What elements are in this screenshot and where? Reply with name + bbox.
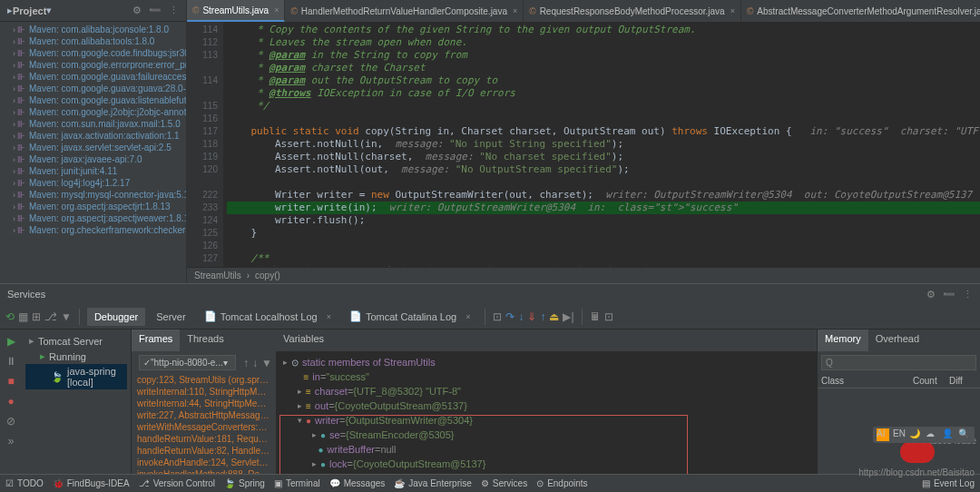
editor-tab[interactable]: ©StreamUtils.java× [187, 0, 285, 22]
tree-item[interactable]: ›⊪Maven: com.google.guava:guava:28.0-jre [0, 83, 186, 94]
code-area[interactable]: * Copy the contents of the given String … [223, 22, 980, 267]
gutter-line[interactable]: 127 [189, 252, 218, 265]
breadcrumb-method[interactable]: copy() [255, 271, 280, 280]
branch-icon[interactable]: ⎇ [44, 310, 57, 323]
code-line[interactable]: public static void copy(String in, Chars… [227, 125, 980, 138]
memory-search-input[interactable]: Q [821, 355, 976, 370]
step-into-icon[interactable]: ↓ [518, 310, 524, 323]
filter-icon[interactable]: ▼ [261, 357, 272, 369]
gear-icon[interactable]: ⚙ [132, 5, 142, 16]
config-icon[interactable]: ▦ [18, 310, 28, 323]
close-icon[interactable]: × [327, 312, 331, 321]
variable-item[interactable]: ≡in = "success" [279, 369, 813, 384]
more-icon[interactable]: ⋮ [169, 5, 179, 16]
cloud-icon[interactable]: ☁ [926, 428, 938, 441]
editor-tab[interactable]: ©AbstractMessageConverterMethodArgumentR… [741, 0, 980, 22]
thread-selector[interactable]: ✓ "http-nio-8080-e... ▾ [139, 355, 236, 370]
tree-item[interactable]: ›⊪Maven: junit:junit:4.11 [0, 165, 186, 177]
tree-item[interactable]: ›⊪Maven: com.google.guava:listenablefutu… [0, 94, 186, 106]
gutter-line[interactable]: 114 [189, 74, 218, 87]
code-line[interactable]: * @throws IOException in case of I/O err… [227, 87, 980, 100]
status-item[interactable]: ⎇ Version Control [139, 478, 215, 488]
code-line[interactable]: writer.write(in); writer: OutputStreamWr… [227, 202, 980, 214]
gutter-line[interactable]: 119 [189, 151, 218, 163]
prev-frame-icon[interactable]: ↑ [243, 357, 249, 369]
filter-icon[interactable]: ▼ [61, 310, 72, 323]
frame-item[interactable]: write:227, AbstractHttpMessageConvert [135, 409, 272, 421]
gutter-line[interactable] [189, 87, 218, 100]
status-item[interactable]: ▣ Terminal [274, 478, 320, 488]
variable-item[interactable]: ▸⊙static members of StreamUtils [279, 355, 813, 369]
search-icon[interactable]: 🔍 [958, 428, 971, 441]
user-icon[interactable]: 👤 [942, 428, 955, 441]
trace-icon[interactable]: ⊡ [604, 310, 613, 323]
code-line[interactable]: writer.flush(); [227, 214, 980, 227]
code-line[interactable]: * Copy the contents of the given String … [227, 24, 980, 36]
status-item[interactable]: ☕ Java Enterprise [394, 478, 471, 488]
run-to-cursor-icon[interactable]: ▶| [563, 310, 573, 323]
services-tree[interactable]: ▸ Tomcat Server▸ Running🍃 java-spring [l… [22, 330, 131, 492]
frame-item[interactable]: writeInternal:110, StringHttpMessageCo [135, 386, 272, 398]
code-line[interactable]: * @param charset the Charset [227, 62, 980, 74]
frame-item[interactable]: handleReturnValue:82, HandlerMethodR [135, 445, 272, 457]
code-line[interactable]: Writer writer = new OutputStreamWriter(o… [227, 189, 980, 202]
frame-item[interactable]: handleReturnValue:181, RequestRespon [135, 433, 272, 445]
next-frame-icon[interactable]: ↓ [252, 357, 258, 369]
collapse-icon[interactable]: ➖ [149, 5, 162, 16]
breadcrumb-class[interactable]: StreamUtils [194, 271, 241, 280]
tree-item[interactable]: ›⊪Maven: org.aspectj:aspectjweaver:1.8.1… [0, 212, 186, 224]
frame-item[interactable]: writeInternal:44, StringHttpMessageCon [135, 398, 272, 409]
code-line[interactable]: * @param out the OutputStream to copy to [227, 74, 980, 87]
variables-tree[interactable]: ▸⊙static members of StreamUtils ≡in = "s… [276, 351, 817, 492]
more-icon[interactable]: » [8, 435, 15, 448]
status-item[interactable]: ☑ TODO [5, 478, 44, 488]
code-line[interactable] [227, 176, 980, 189]
moon-icon[interactable]: 🌙 [909, 428, 922, 441]
frame-item[interactable]: invokeAndHandle:124, ServletInvocable [135, 457, 272, 468]
event-log[interactable]: ▤ Event Log [922, 478, 975, 488]
tree-item[interactable]: ›⊪Maven: javax.activation:activation:1.1 [0, 130, 186, 142]
service-item[interactable]: ▸ Tomcat Server [25, 333, 127, 349]
project-dropdown-icon[interactable]: ▾ [46, 5, 52, 16]
tab-overhead[interactable]: Overhead [868, 330, 926, 351]
status-item[interactable]: 🍃 Spring [224, 478, 265, 488]
gutter-line[interactable]: 120 [189, 163, 218, 176]
frame-item[interactable]: writeWithMessageConverters:298, Abstr [135, 421, 272, 433]
code-line[interactable]: */ [227, 100, 980, 113]
tree-item[interactable]: ›⊪Maven: mysql:mysql-connector-java:5.1.… [0, 189, 186, 201]
step-out-icon[interactable]: ↑ [540, 310, 545, 323]
tab-catalina-log[interactable]: 📄Tomcat Catalina Log× [342, 307, 478, 326]
force-step-into-icon[interactable]: ⇓ [527, 310, 536, 323]
gutter-line[interactable]: 233 [189, 202, 218, 214]
gutter-line[interactable]: 115 [189, 100, 218, 113]
tab-frames[interactable]: Frames [132, 330, 180, 351]
mute-breakpoints-icon[interactable]: ⊘ [6, 415, 15, 428]
drop-frame-icon[interactable]: ⏏ [549, 310, 559, 323]
tree-item[interactable]: ›⊪Maven: log4j:log4j:1.2.17 [0, 177, 186, 189]
ai-icon[interactable]: AI [877, 428, 889, 441]
gutter-line[interactable]: 116 [189, 113, 218, 125]
gutter-line[interactable] [189, 176, 218, 189]
col-class[interactable]: Class [821, 376, 913, 386]
pause-icon[interactable]: ⏸ [5, 355, 16, 368]
close-icon[interactable]: × [730, 6, 735, 15]
gutter-line[interactable]: 124 [189, 214, 218, 227]
gutter-line[interactable]: 112 [189, 36, 218, 49]
tree-item[interactable]: ›⊪Maven: com.google.guava:failureaccess:… [0, 71, 186, 83]
grid-icon[interactable]: ⊞ [32, 310, 41, 323]
evaluate-icon[interactable]: 🖩 [590, 310, 601, 323]
breakpoints-icon[interactable]: ● [7, 395, 14, 408]
tab-localhost-log[interactable]: 📄Tomcat Localhost Log× [197, 307, 338, 326]
gutter-line[interactable]: 117 [189, 125, 218, 138]
status-item[interactable]: ⚙ Services [481, 478, 527, 488]
code-line[interactable]: * Leaves the stream open when done. [227, 36, 980, 49]
gutter-line[interactable] [189, 62, 218, 74]
gutter-line[interactable]: 125 [189, 227, 218, 240]
code-line[interactable]: /** [227, 252, 980, 265]
more-icon[interactable]: ⋮ [963, 289, 973, 300]
tree-item[interactable]: ›⊪Maven: com.sun.mail:javax.mail:1.5.0 [0, 118, 186, 130]
show-execution-icon[interactable]: ⊡ [493, 310, 502, 323]
service-item[interactable]: 🍃 java-spring [local] [25, 364, 127, 389]
code-line[interactable] [227, 113, 980, 125]
service-item[interactable]: ▸ Running [25, 349, 127, 364]
